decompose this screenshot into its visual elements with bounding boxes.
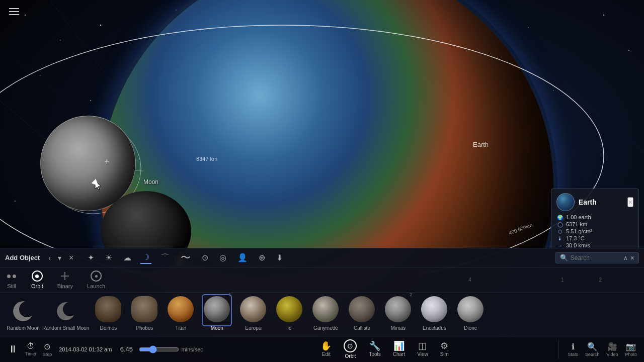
step-label: Step <box>43 352 52 357</box>
cat-down-icon[interactable]: ⬇ <box>274 252 285 263</box>
add-object-close-button[interactable]: × <box>66 252 76 263</box>
cat-person-icon[interactable]: 👤 <box>235 252 250 263</box>
sim-label: Sim <box>440 351 449 357</box>
speed-slider[interactable] <box>139 345 179 353</box>
mode-still[interactable]: Still <box>6 270 17 289</box>
density-icon: ⬡ <box>556 229 564 234</box>
step-button[interactable]: ⊙ Step <box>40 340 55 359</box>
obj-mimas[interactable]: 2 Mimas <box>381 295 415 331</box>
tool-edit[interactable]: ✋ Edit <box>315 339 337 359</box>
search-icon: 🔍 <box>560 254 568 261</box>
timer-label: Timer <box>25 351 37 356</box>
cat-sun-icon[interactable]: ☀ <box>103 252 114 263</box>
search-chevron-icon[interactable]: ∧ <box>623 254 628 261</box>
tool-tools[interactable]: 🔧 Tools <box>364 339 385 359</box>
pause-button[interactable]: ⏸ <box>4 342 22 356</box>
mode-binary-label: Binary <box>57 283 73 289</box>
moon-label-topleft: Moon <box>143 178 158 186</box>
density-value: 5.51 g/cm² <box>566 228 592 234</box>
chart-label: Chart <box>393 351 405 357</box>
ganymede-sphere <box>312 296 339 322</box>
mimas-sphere-wrap <box>384 295 412 325</box>
hamburger-menu[interactable] <box>7 6 21 17</box>
tools-label: Tools <box>369 351 380 357</box>
mode-binary[interactable]: Binary <box>57 270 73 289</box>
cat-earth-icon[interactable]: ⊕ <box>257 252 267 263</box>
add-object-search: 🔍 ∧ × <box>555 252 639 263</box>
count-4: 4 <box>468 277 471 283</box>
obj-titan[interactable]: Titan <box>164 295 198 331</box>
dione-sphere <box>457 296 484 322</box>
obj-io[interactable]: Io <box>272 295 306 331</box>
enceladus-label: Enceladus <box>423 325 446 331</box>
io-sphere <box>276 296 302 322</box>
right-tools: ℹ Stats 🔍 Search 🎥 Video 📷 Photo <box>558 340 640 359</box>
random-moon-sphere-wrap <box>11 299 35 325</box>
add-object-title: Add Object <box>5 254 40 261</box>
phobos-label: Phobos <box>136 325 153 331</box>
stats-label: Stats <box>568 352 579 357</box>
nav-dropdown-button[interactable]: ▾ <box>55 252 64 263</box>
info-panel-title: Earth <box>579 198 597 206</box>
distance-label: 8347 km <box>196 156 217 162</box>
category-icons-row: ✦ ☀ ☁ ☽ ⌒ 〜 ⊙ ◎ 👤 ⊕ ⬇ <box>80 248 551 267</box>
obj-random-small-moon[interactable]: Random Small Moon <box>42 299 89 331</box>
io-label: Io <box>287 325 291 331</box>
timer-button[interactable]: ⏱ Timer <box>22 340 40 358</box>
orbit-icon-circle: ⊙ <box>344 339 357 352</box>
obj-random-moon[interactable]: Random Moon <box>6 299 40 331</box>
datetime-display: 2014-03-02 01:32 am <box>59 346 112 352</box>
random-moon-crescent-svg <box>12 300 34 322</box>
objects-count-hint: 4 1 2 <box>119 277 638 283</box>
add-object-panel: Add Object ‹ ▾ × ✦ ☀ ☁ ☽ ⌒ 〜 ⊙ ◎ 👤 ⊕ ⬇ 🔍… <box>0 248 644 336</box>
cat-cloud-icon[interactable]: ☁ <box>121 252 133 263</box>
cat-wave-icon[interactable]: 〜 <box>179 250 193 265</box>
stats-button[interactable]: ℹ Stats <box>565 340 582 359</box>
info-panel-close-button[interactable]: × <box>627 197 633 207</box>
obj-deimos[interactable]: Deimos <box>91 295 125 331</box>
cat-moon-icon[interactable]: ☽ <box>140 251 151 264</box>
search-close-icon[interactable]: × <box>630 254 634 262</box>
random-small-moon-label: Random Small Moon <box>42 325 89 331</box>
mode-launch[interactable]: Launch <box>87 270 105 289</box>
speed-input[interactable] <box>116 345 137 353</box>
ganymede-label: Ganymede <box>313 325 338 331</box>
europa-label: Europa <box>245 325 261 331</box>
obj-moon[interactable]: 1 Moon <box>200 295 234 331</box>
search-button[interactable]: 🔍 Search <box>582 340 603 359</box>
nav-back-button[interactable]: ‹ <box>46 252 53 263</box>
obj-dione[interactable]: Dione <box>453 295 488 331</box>
europa-sphere-wrap <box>239 295 267 325</box>
obj-ganymede[interactable]: Ganymede <box>308 295 343 331</box>
tool-view[interactable]: ◫ View <box>412 339 433 359</box>
cat-arc-icon[interactable]: ⌒ <box>158 251 172 265</box>
svg-point-31 <box>13 301 33 321</box>
obj-phobos[interactable]: Phobos <box>127 295 162 331</box>
obj-europa[interactable]: Europa <box>236 295 270 331</box>
objects-row: Random Moon Random Small Moon <box>0 293 644 333</box>
tool-chart[interactable]: 📊 Chart <box>388 339 410 359</box>
mass-value: 1.00 earth <box>566 214 591 220</box>
chart-icon: 📊 <box>393 341 405 350</box>
obj-callisto[interactable]: Callisto <box>345 295 379 331</box>
video-icon: 🎥 <box>607 342 617 351</box>
cat-star-icon[interactable]: ✦ <box>86 252 96 263</box>
mimas-sphere <box>385 296 411 322</box>
obj-enceladus[interactable]: Enceladus <box>417 295 451 331</box>
add-object-nav: ‹ ▾ × <box>46 252 76 263</box>
info-row-density: ⬡ 5.51 g/cm² <box>556 228 633 234</box>
add-object-header: Add Object ‹ ▾ × ✦ ☀ ☁ ☽ ⌒ 〜 ⊙ ◎ 👤 ⊕ ⬇ 🔍… <box>0 248 644 267</box>
tool-orbit[interactable]: ⊙ Orbit <box>339 337 362 361</box>
tool-sim[interactable]: ⚙ Sim <box>435 339 454 359</box>
photo-button[interactable]: 📷 Photo <box>622 340 640 359</box>
view-label: View <box>417 351 428 357</box>
stats-icon: ℹ <box>572 342 575 351</box>
cat-rings-icon[interactable]: ◎ <box>217 252 228 263</box>
moon-label: Moon <box>211 325 223 331</box>
count-1: 1 <box>561 277 564 283</box>
cat-orbit-icon[interactable]: ⊙ <box>200 252 210 263</box>
callisto-label: Callisto <box>354 325 370 331</box>
mode-orbit[interactable]: Orbit <box>31 270 43 289</box>
video-button[interactable]: 🎥 Video <box>604 340 621 359</box>
search-input[interactable] <box>571 254 621 261</box>
